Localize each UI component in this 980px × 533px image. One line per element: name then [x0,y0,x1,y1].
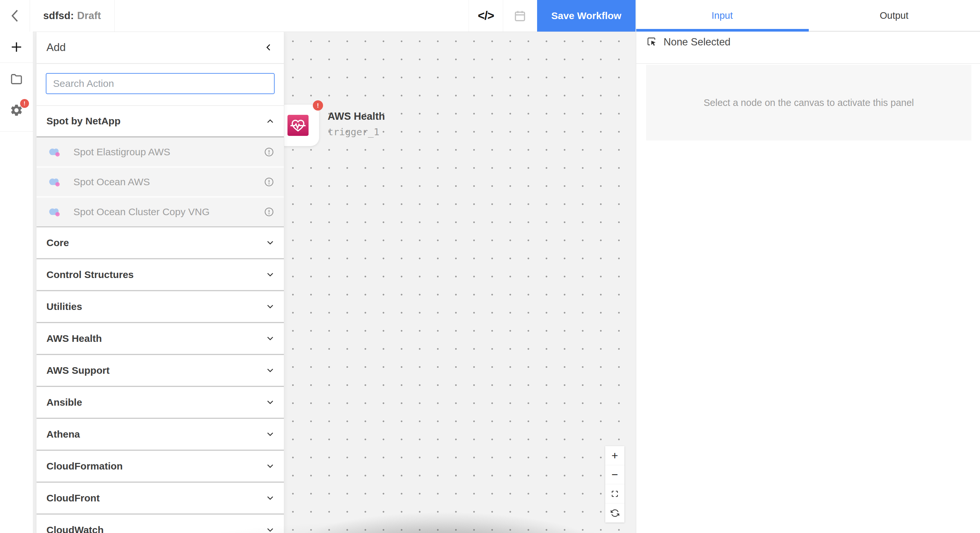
code-icon: </> [478,9,494,23]
chevron-left-icon [10,9,20,23]
accordion-section-spot-by-netapp[interactable]: Spot by NetApp [37,106,284,136]
reset-view-button[interactable] [605,503,624,522]
tab-output[interactable]: Output [808,0,980,31]
plugin-label: Spot Ocean AWS [73,176,264,187]
section-label: Spot by NetApp [46,116,121,127]
empty-state-message: Select a node on the canvas to activate … [704,97,914,108]
spot-cloud-icon [48,177,62,187]
node-error-badge: ! [313,100,323,111]
schedule-button[interactable] [503,0,537,32]
left-rail: ! [0,32,33,533]
fit-view-icon [611,490,619,498]
spot-cloud-icon [48,206,62,217]
zoom-in-button[interactable]: + [605,446,624,465]
inspector-tabs: Input Output [636,0,980,32]
chevron-down-icon [266,430,275,439]
projects-button[interactable] [0,63,33,94]
select-cursor-icon [646,35,658,48]
accordion-section-ansible[interactable]: Ansible [37,386,284,418]
fit-view-button[interactable] [605,484,624,503]
folder-icon [10,72,23,86]
accordion-section-core[interactable]: Core [37,226,284,258]
search-container [37,64,284,106]
chevron-down-icon [266,302,275,311]
section-label: Utilities [46,301,82,312]
tab-input[interactable]: Input [636,0,808,31]
spot-cloud-icon [48,147,62,158]
section-label: Control Structures [46,269,134,280]
chevron-down-icon [266,462,275,471]
plugin-label: Spot Elastigroup AWS [73,146,264,158]
aws-health-heart-icon [288,115,309,136]
collapse-panel-button[interactable] [264,43,273,52]
node-id: trigger_1 [328,126,385,138]
node-inspector-panel: Input Output None Selected Select a node… [636,0,980,533]
exclamation-circle-icon[interactable] [264,177,274,187]
list-item-spot-ocean-aws[interactable]: Spot Ocean AWS [37,168,284,197]
back-button[interactable] [0,0,30,32]
add-node-button[interactable] [0,32,33,63]
chevron-down-icon [266,238,275,247]
panel-header: Add [37,32,284,64]
workflow-title: sdfsd: Draft [30,0,115,32]
accordion-section-athena[interactable]: Athena [37,418,284,450]
accordion-section-aws-health[interactable]: AWS Health [37,322,284,354]
section-label: CloudFormation [46,461,123,472]
chevron-left-icon [264,43,273,52]
search-action-input[interactable] [46,73,275,94]
plus-icon: + [611,449,618,462]
section-label: AWS Support [46,365,110,376]
accordion-section-control-structures[interactable]: Control Structures [37,258,284,290]
section-label: CloudFront [46,493,100,504]
accordion-section-cloudwatch[interactable]: CloudWatch [37,514,284,533]
accordion-section-utilities[interactable]: Utilities [37,290,284,322]
section-label: CloudWatch [46,524,104,533]
exclamation-circle-icon[interactable] [264,207,274,217]
list-item-spot-elastigroup-aws[interactable]: Spot Elastigroup AWS [37,138,284,168]
add-actions-panel: Add Spot by NetApp [36,32,284,533]
node-title: AWS Health [328,111,385,122]
settings-button[interactable]: ! [0,94,33,126]
node-labels: AWS Health trigger_1 [328,111,385,138]
chevron-down-icon [266,270,275,279]
minus-icon: − [611,468,618,481]
chevron-down-icon [266,493,275,503]
chevron-down-icon [266,525,275,533]
selection-header: None Selected [636,32,980,64]
section-label: Ansible [46,397,82,408]
chevron-down-icon [266,398,275,407]
section-label: Athena [46,429,80,440]
section-label: Core [46,237,69,248]
accordion-section-cloudformation[interactable]: CloudFormation [37,450,284,482]
settings-alert-badge: ! [20,99,29,108]
plus-icon [10,41,23,53]
chevron-up-icon [266,117,275,126]
workflow-name: sdfsd: [43,10,74,22]
accordion-section-aws-support[interactable]: AWS Support [37,354,284,386]
zoom-out-button[interactable]: − [605,465,624,484]
section-label: AWS Health [46,333,102,344]
selection-title: None Selected [663,36,730,48]
code-view-button[interactable]: </> [469,0,503,32]
active-tab-indicator [636,29,809,32]
panel-title: Add [46,41,66,54]
plugin-label: Spot Ocean Cluster Copy VNG [73,206,264,217]
save-workflow-button[interactable]: Save Workflow [537,0,636,32]
empty-state: Select a node on the canvas to activate … [646,65,971,141]
reset-view-icon [611,509,619,517]
accordion-section-cloudfront[interactable]: CloudFront [37,482,284,514]
workflow-status: Draft [77,10,101,22]
canvas-zoom-controls: + − [605,446,624,522]
exclamation-circle-icon[interactable] [264,147,274,157]
chevron-down-icon [266,366,275,375]
top-bar: sdfsd: Draft </> Save Workflow [0,0,636,32]
chevron-down-icon [266,334,275,343]
rail-section: ! [0,63,33,132]
list-item-spot-ocean-cluster-copy-vng[interactable]: Spot Ocean Cluster Copy VNG [37,197,284,226]
plugin-items-group: Spot Elastigroup AWS Spot Oc [37,136,284,226]
calendar-icon [513,9,527,23]
